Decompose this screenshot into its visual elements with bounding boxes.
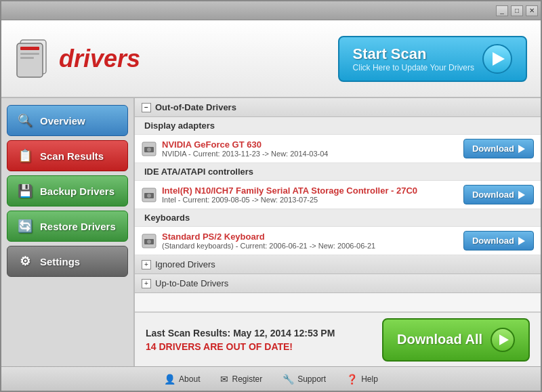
out-of-date-section-header[interactable]: − Out-of-Date Drivers xyxy=(135,98,541,117)
start-scan-play-circle xyxy=(482,44,512,74)
footer-about-link[interactable]: 👤 About xyxy=(164,374,200,385)
uptodate-drivers-section-header[interactable]: + Up-to-Date Drivers xyxy=(135,274,541,293)
keyboard-download-button[interactable]: Download xyxy=(463,231,534,251)
about-icon: 👤 xyxy=(164,374,175,385)
register-label: Register xyxy=(232,374,262,384)
sidebar-scan-results-label: Scan Results xyxy=(40,150,104,162)
svg-rect-2 xyxy=(20,47,39,50)
maximize-button[interactable]: □ xyxy=(511,5,523,16)
title-bar-buttons: _ □ ✕ xyxy=(496,5,538,16)
category-keyboards: Keyboards xyxy=(135,209,541,227)
ignored-toggle[interactable]: + xyxy=(142,260,151,269)
sidebar-backup-label: Backup Drivers xyxy=(40,186,114,197)
driver-item-keyboard: Standard PS/2 Keyboard (Standard keyboar… xyxy=(135,227,541,255)
svg-point-13 xyxy=(147,240,151,244)
category-display-adapters: Display adapters xyxy=(135,117,541,135)
svg-rect-4 xyxy=(20,57,34,59)
intel-ata-download-arrow-icon xyxy=(518,191,525,199)
nvidia-driver-name[interactable]: NVIDIA GeForce GT 630 xyxy=(162,139,458,150)
nvidia-download-arrow-icon xyxy=(518,145,525,153)
bottom-panel: Last Scan Results: May 12, 2014 12:53 PM… xyxy=(135,312,541,366)
play-triangle-icon xyxy=(493,52,505,66)
nvidia-download-button[interactable]: Download xyxy=(463,139,534,158)
content-panel: − Out-of-Date Drivers Display adapters N… xyxy=(135,98,541,366)
drivers-outdated-label: 14 DRIVERS ARE OUT OF DATE! xyxy=(146,341,335,352)
out-of-date-toggle[interactable]: − xyxy=(142,103,151,112)
footer: 👤 About ✉ Register 🔧 Support ❓ Help xyxy=(1,366,541,391)
svg-point-10 xyxy=(147,194,151,198)
main-window: _ □ ✕ drivers Start Scan Click Here to U… xyxy=(0,0,542,392)
download-all-button[interactable]: Download All xyxy=(382,318,530,362)
keyboard-driver-name[interactable]: Standard PS/2 Keyboard xyxy=(162,232,458,242)
nvidia-driver-icon xyxy=(142,141,157,156)
svg-rect-3 xyxy=(20,53,39,55)
driver-item-intel-ata: Intel(R) N10/ICH7 Family Serial ATA Stor… xyxy=(135,181,541,209)
sidebar-item-scan-results[interactable]: 📋 Scan Results xyxy=(7,140,128,171)
footer-support-link[interactable]: 🔧 Support xyxy=(283,374,326,385)
scan-results-text: Last Scan Results: May 12, 2014 12:53 PM… xyxy=(146,328,335,352)
sidebar-item-settings[interactable]: ⚙ Settings xyxy=(7,246,128,277)
support-icon: 🔧 xyxy=(283,374,294,385)
keyboard-download-arrow-icon xyxy=(518,237,525,245)
logo-icon xyxy=(15,37,52,81)
svg-point-7 xyxy=(147,148,151,152)
overview-icon: 🔍 xyxy=(16,111,35,130)
main-content: 🔍 Overview 📋 Scan Results 💾 Backup Drive… xyxy=(1,98,541,366)
support-label: Support xyxy=(297,374,326,384)
download-all-play-icon xyxy=(499,334,509,345)
start-scan-text: Start Scan Click Here to Update Your Dri… xyxy=(353,45,474,72)
driver-item-nvidia: NVIDIA GeForce GT 630 NVIDIA - Current: … xyxy=(135,135,541,163)
ignored-drivers-section-header[interactable]: + Ignored Drivers xyxy=(135,255,541,274)
ignored-section-label: Ignored Drivers xyxy=(155,259,215,269)
category-keyboards-label: Keyboards xyxy=(144,213,190,223)
register-icon: ✉ xyxy=(220,374,228,385)
close-button[interactable]: ✕ xyxy=(526,5,538,16)
sidebar-overview-label: Overview xyxy=(40,115,85,127)
help-icon: ❓ xyxy=(346,374,358,385)
settings-icon: ⚙ xyxy=(16,252,35,271)
nvidia-download-label: Download xyxy=(472,144,514,154)
uptodate-toggle[interactable]: + xyxy=(142,279,151,288)
start-scan-button[interactable]: Start Scan Click Here to Update Your Dri… xyxy=(338,36,527,82)
keyboard-driver-icon xyxy=(142,234,157,248)
logo-text: drivers xyxy=(59,45,140,73)
out-of-date-label: Out-of-Date Drivers xyxy=(155,102,236,112)
sidebar-settings-label: Settings xyxy=(40,256,80,267)
intel-ata-driver-name[interactable]: Intel(R) N10/ICH7 Family Serial ATA Stor… xyxy=(162,186,458,196)
intel-ata-driver-info: Intel(R) N10/ICH7 Family Serial ATA Stor… xyxy=(162,186,458,204)
intel-ata-driver-detail: Intel - Current: 2009-08-05 -> New: 2013… xyxy=(162,196,458,204)
intel-ata-download-button[interactable]: Download xyxy=(463,185,534,204)
footer-help-link[interactable]: ❓ Help xyxy=(346,374,378,385)
scan-results-icon: 📋 xyxy=(16,146,35,165)
download-all-play-circle xyxy=(491,328,515,352)
minimize-button[interactable]: _ xyxy=(496,5,508,16)
about-label: About xyxy=(179,374,200,384)
uptodate-section-label: Up-to-Date Drivers xyxy=(155,278,228,288)
intel-ata-download-label: Download xyxy=(472,190,514,200)
category-ide-ata-label: IDE ATA/ATAPI controllers xyxy=(144,167,253,177)
drivers-list: − Out-of-Date Drivers Display adapters N… xyxy=(135,98,541,312)
header: drivers Start Scan Click Here to Update … xyxy=(1,20,541,98)
sidebar: 🔍 Overview 📋 Scan Results 💾 Backup Drive… xyxy=(1,98,135,366)
last-scan-label: Last Scan Results: May 12, 2014 12:53 PM xyxy=(146,328,335,339)
start-scan-subtitle: Click Here to Update Your Drivers xyxy=(353,63,474,72)
restore-drivers-icon: 🔄 xyxy=(16,217,35,236)
keyboard-driver-detail: (Standard keyboards) - Current: 2006-06-… xyxy=(162,242,458,250)
footer-register-link[interactable]: ✉ Register xyxy=(220,374,262,385)
help-label: Help xyxy=(361,374,378,384)
title-bar: _ □ ✕ xyxy=(1,1,541,20)
sidebar-item-restore-drivers[interactable]: 🔄 Restore Drivers xyxy=(7,211,128,242)
intel-ata-driver-icon xyxy=(142,188,157,202)
category-display-adapters-label: Display adapters xyxy=(144,121,215,131)
start-scan-title: Start Scan xyxy=(353,45,474,63)
nvidia-driver-info: NVIDIA GeForce GT 630 NVIDIA - Current: … xyxy=(162,139,458,158)
download-all-label: Download All xyxy=(397,332,482,347)
logo-area: drivers xyxy=(15,37,140,81)
sidebar-item-backup-drivers[interactable]: 💾 Backup Drivers xyxy=(7,175,128,206)
sidebar-item-overview[interactable]: 🔍 Overview xyxy=(7,105,128,136)
keyboard-download-label: Download xyxy=(472,236,514,246)
sidebar-restore-label: Restore Drivers xyxy=(40,221,116,232)
nvidia-driver-detail: NVIDIA - Current: 2013-11-23 -> New: 201… xyxy=(162,150,458,158)
category-ide-ata: IDE ATA/ATAPI controllers xyxy=(135,163,541,181)
keyboard-driver-info: Standard PS/2 Keyboard (Standard keyboar… xyxy=(162,232,458,250)
